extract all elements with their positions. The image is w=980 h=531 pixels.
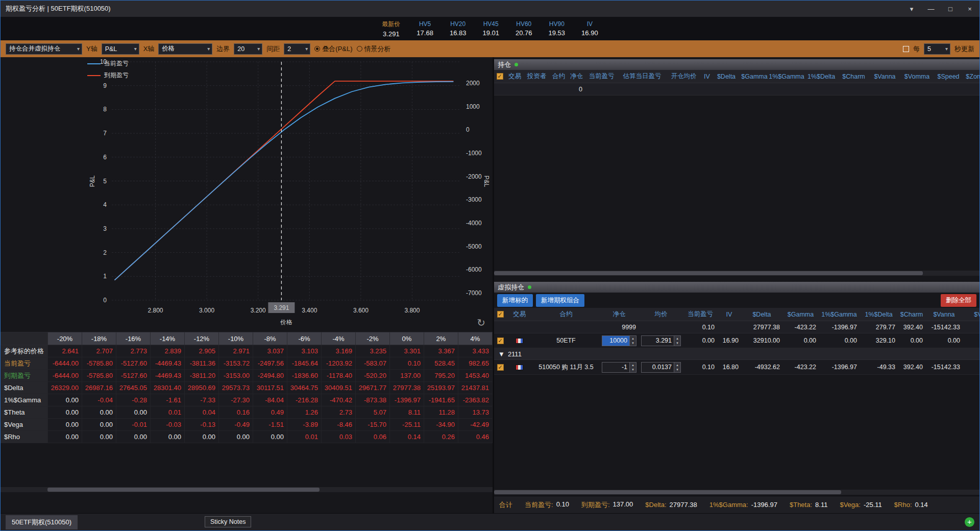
scrollbar-thumb[interactable] bbox=[494, 271, 923, 275]
virtual-col-header[interactable]: $Delta bbox=[741, 308, 782, 321]
spinner-arrows[interactable]: ▴▾ bbox=[629, 363, 636, 372]
maximize-button[interactable]: □ bbox=[941, 1, 960, 17]
spin-up-icon[interactable]: ▴ bbox=[630, 363, 636, 368]
scenario-col-header: -20% bbox=[48, 332, 82, 345]
add-underlying-button[interactable]: 新增标的 bbox=[497, 294, 533, 307]
holdings-section: 持仓 交易投资者合约净仓当前盈亏估算当日盈亏开仓均价IV$Delta$Gamma… bbox=[494, 59, 979, 276]
minimize-button[interactable]: — bbox=[921, 1, 941, 17]
virtual-col-header[interactable]: $V bbox=[963, 308, 979, 321]
scenario-analysis-radio[interactable]: 情景分析 bbox=[357, 44, 391, 54]
spin-up-icon[interactable]: ▴ bbox=[674, 363, 680, 368]
window-title: 期权盈亏分析 | 50ETF期权(510050) bbox=[1, 4, 111, 13]
scrollbar-thumb[interactable] bbox=[494, 490, 841, 494]
virtual-col-header[interactable]: 合约 bbox=[532, 308, 600, 321]
instrument-flag-icon bbox=[516, 338, 523, 344]
spin-down-icon[interactable]: ▾ bbox=[674, 341, 680, 346]
virtual-col-header[interactable]: IV bbox=[717, 308, 741, 321]
refresh-interval-select[interactable]: 5▾ bbox=[924, 43, 950, 55]
add-tab-button[interactable]: + bbox=[965, 517, 974, 527]
spin-down-icon[interactable]: ▾ bbox=[630, 367, 636, 372]
collapse-icon[interactable]: ▼ bbox=[498, 350, 505, 358]
virtual-position-row[interactable]: 50ETF10000▴▾3.291▴▾0.0016.9032910.000.00… bbox=[494, 333, 979, 348]
holdings-col-header[interactable]: 净仓 bbox=[568, 70, 585, 83]
net-position-spinner[interactable]: 10000▴▾ bbox=[602, 335, 636, 346]
virtual-holdings-buttons: 新增标的 新增期权组合 删除全部 bbox=[494, 293, 979, 308]
holdings-col-header[interactable]: IV bbox=[701, 70, 713, 83]
select-all-checkbox[interactable] bbox=[497, 73, 503, 80]
chart-refresh-icon[interactable]: ↻ bbox=[477, 317, 485, 329]
add-option-combo-button[interactable]: 新增期权组合 bbox=[536, 294, 584, 307]
virtual-col-header[interactable]: 当前盈亏 bbox=[683, 308, 717, 321]
scenario-cell: 0.00 bbox=[48, 394, 82, 406]
x-axis-select[interactable]: 价格▾ bbox=[158, 43, 212, 55]
virtual-col-header[interactable]: 均价 bbox=[639, 308, 683, 321]
left-horizontal-scrollbar[interactable] bbox=[1, 487, 493, 492]
scenario-row-label: $Vega bbox=[1, 419, 48, 431]
delete-all-button[interactable]: 删除全部 bbox=[941, 294, 976, 307]
scenario-cell: 0.00 bbox=[82, 419, 116, 431]
net-position-spinner[interactable]: -1▴▾ bbox=[602, 362, 636, 373]
svg-text:-7000: -7000 bbox=[466, 289, 482, 297]
virtual-position-row[interactable]: 510050 购 11月 3.5-1▴▾0.0137▴▾0.1016.80-49… bbox=[494, 360, 979, 375]
holdings-col-header[interactable]: $Vanna bbox=[869, 70, 900, 83]
totals-prefix: 合计 bbox=[499, 500, 512, 510]
holdings-col-header[interactable]: $Speed bbox=[934, 70, 963, 83]
holdings-col-header[interactable]: 当前盈亏 bbox=[585, 70, 618, 83]
scenario-col-header bbox=[1, 332, 48, 345]
holdings-col-header[interactable]: $Charm bbox=[838, 70, 869, 83]
virtual-value-cell: 0.00 bbox=[898, 333, 925, 348]
spin-down-icon[interactable]: ▾ bbox=[630, 341, 636, 346]
virtual-col-header[interactable]: $Vanna bbox=[925, 308, 963, 321]
holdings-horizontal-scrollbar[interactable] bbox=[494, 271, 979, 276]
holdings-col-header[interactable]: 1%$Gamma bbox=[769, 70, 804, 83]
totals-item-label: $Vega: bbox=[840, 501, 861, 509]
holdings-col-header[interactable]: $Vomma bbox=[900, 70, 934, 83]
spin-up-icon[interactable]: ▴ bbox=[630, 336, 636, 341]
avg-price-spinner[interactable]: 3.291▴▾ bbox=[641, 335, 681, 346]
holdings-summary-cell bbox=[900, 83, 934, 95]
pnl-chart[interactable]: 当前盈亏到期盈亏 0123456789102.8003.0003.2003.40… bbox=[1, 57, 493, 332]
overlay-pnl-radio[interactable]: 叠合(P&L) bbox=[314, 44, 352, 54]
holdings-col-header[interactable]: 合约 bbox=[549, 70, 568, 83]
virtual-horizontal-scrollbar[interactable] bbox=[494, 490, 979, 495]
spin-up-icon[interactable]: ▴ bbox=[674, 336, 680, 341]
virtual-col-header[interactable]: 交易 bbox=[506, 308, 532, 321]
select-all-checkbox[interactable] bbox=[497, 311, 504, 318]
virtual-col-header[interactable]: 1%$Gamma bbox=[819, 308, 860, 321]
scenario-cell: 2.905 bbox=[185, 345, 219, 357]
window-menu-icon[interactable]: ▾ bbox=[902, 1, 921, 17]
virtual-group-row[interactable]: ▼2111 bbox=[494, 348, 979, 360]
boundary-select[interactable]: 20▾ bbox=[234, 43, 262, 55]
row-checkbox[interactable] bbox=[497, 364, 504, 371]
scenario-cell: 0.00 bbox=[185, 431, 219, 443]
holdings-col-header[interactable]: $Gamma bbox=[740, 70, 769, 83]
holdings-col-header[interactable]: $Zomma bbox=[963, 70, 979, 83]
scrollbar-thumb[interactable] bbox=[47, 488, 320, 492]
spin-down-icon[interactable]: ▾ bbox=[674, 367, 680, 372]
bottom-tab-50etf[interactable]: 50ETF期权(510050) bbox=[6, 515, 78, 529]
holdings-col-header[interactable]: 交易 bbox=[505, 70, 524, 83]
spinner-arrows[interactable]: ▴▾ bbox=[629, 336, 636, 346]
scenario-cell: 29573.73 bbox=[219, 382, 253, 394]
scenario-cell: 0.26 bbox=[424, 431, 458, 443]
spacing-select[interactable]: 2▾ bbox=[284, 43, 310, 55]
position-mode-select[interactable]: 持仓合并虚拟持仓▾ bbox=[6, 43, 82, 55]
virtual-col-header[interactable]: $Charm bbox=[898, 308, 925, 321]
close-button[interactable]: × bbox=[960, 1, 979, 17]
svg-text:-6000: -6000 bbox=[466, 266, 482, 273]
spinner-arrows[interactable]: ▴▾ bbox=[674, 336, 680, 346]
row-checkbox[interactable] bbox=[497, 337, 504, 344]
holdings-col-header[interactable]: $Delta bbox=[713, 70, 740, 83]
virtual-col-header[interactable]: 净仓 bbox=[600, 308, 639, 321]
virtual-col-header[interactable]: $Gamma bbox=[782, 308, 819, 321]
scenario-col-header: -18% bbox=[82, 332, 116, 345]
spinner-arrows[interactable]: ▴▾ bbox=[674, 363, 680, 372]
auto-refresh-checkbox[interactable] bbox=[903, 46, 909, 52]
holdings-col-header[interactable]: 1%$Delta bbox=[804, 70, 838, 83]
y-axis-select[interactable]: P&L▾ bbox=[102, 43, 139, 55]
avg-price-spinner[interactable]: 0.0137▴▾ bbox=[641, 362, 681, 373]
virtual-col-header[interactable]: 1%$Delta bbox=[860, 308, 898, 321]
holdings-col-header[interactable]: 开仓均价 bbox=[666, 70, 701, 83]
holdings-col-header[interactable]: 投资者 bbox=[524, 70, 549, 83]
holdings-col-header[interactable]: 估算当日盈亏 bbox=[618, 70, 666, 83]
